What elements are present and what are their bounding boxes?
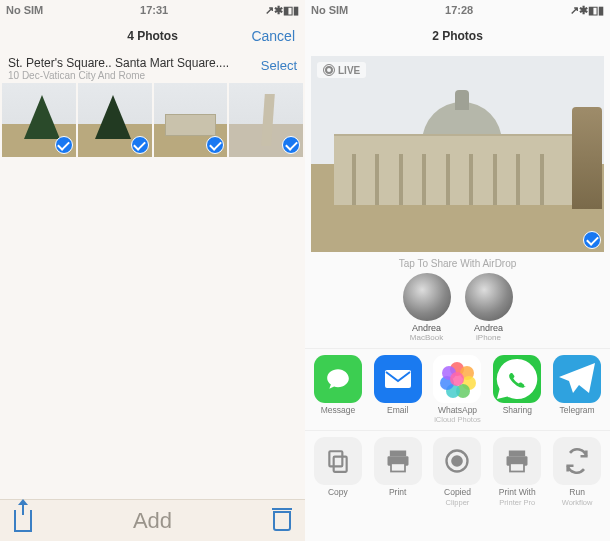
moment-title: St. Peter's Square.. Santa Mart Square..… — [8, 56, 229, 70]
action-print[interactable]: Print — [369, 437, 427, 506]
printerpro-icon — [493, 437, 541, 485]
action-label: Run — [548, 488, 606, 497]
status-bar: No SIM 17:28 ↗✱◧▮ — [305, 0, 610, 20]
airdrop-contact[interactable]: Andrea MacBook — [400, 273, 454, 342]
photo-thumbnail[interactable] — [229, 83, 303, 157]
clock: 17:31 — [140, 4, 168, 16]
svg-rect-8 — [509, 451, 525, 457]
photo-count: 4 Photos — [127, 29, 178, 43]
app-label: WhatsApp — [429, 406, 487, 415]
check-icon — [131, 136, 149, 154]
action-clipper[interactable]: Copied Clipper — [429, 437, 487, 506]
print-icon — [374, 437, 422, 485]
svg-rect-0 — [385, 370, 411, 388]
nav-bar: 4 Photos Cancel — [0, 20, 305, 52]
contact-device: iPhone — [462, 333, 516, 342]
airdrop-contact[interactable]: Andrea iPhone — [462, 273, 516, 342]
whatsapp-icon — [493, 355, 541, 403]
svg-rect-5 — [391, 464, 405, 472]
share-app-message[interactable]: Message — [309, 355, 367, 424]
app-sublabel: iCloud Photos — [429, 415, 487, 424]
action-label: Print — [369, 488, 427, 497]
action-label: Print With — [488, 488, 546, 497]
action-copy[interactable]: Copy — [309, 437, 367, 506]
svg-rect-3 — [390, 451, 406, 457]
photo-thumbnail[interactable] — [154, 83, 228, 157]
svg-rect-2 — [329, 452, 342, 467]
cancel-button[interactable]: Cancel — [251, 28, 295, 44]
app-label: Sharing — [488, 406, 546, 415]
action-workflow[interactable]: Run Workflow — [548, 437, 606, 506]
trash-icon[interactable] — [273, 511, 291, 531]
status-bar: No SIM 17:31 ↗✱◧▮ — [0, 0, 305, 20]
app-label: Telegram — [548, 406, 606, 415]
workflow-icon — [553, 437, 601, 485]
avatar — [465, 273, 513, 321]
check-icon — [282, 136, 300, 154]
thumbnail-row — [0, 81, 305, 159]
svg-rect-10 — [510, 464, 524, 472]
action-label: Copy — [309, 488, 367, 497]
nav-bar: 2 Photos — [305, 20, 610, 52]
check-icon — [583, 231, 601, 249]
select-button[interactable]: Select — [261, 56, 297, 73]
share-app-sharing[interactable]: Sharing — [488, 355, 546, 424]
clipper-icon — [433, 437, 481, 485]
sim-status: No SIM — [6, 4, 43, 16]
live-badge: LIVE — [317, 62, 366, 78]
action-sublabel: Printer Pro — [488, 498, 546, 507]
photo-count: 2 Photos — [432, 29, 483, 43]
avatar — [403, 273, 451, 321]
action-printerpro[interactable]: Print With Printer Pro — [488, 437, 546, 506]
contact-device: MacBook — [400, 333, 454, 342]
bottom-toolbar: Add — [0, 499, 305, 541]
photos-icon — [433, 355, 481, 403]
airdrop-section: Tap To Share With AirDrop Andrea MacBook… — [305, 256, 610, 348]
photo-thumbnail[interactable] — [78, 83, 152, 157]
action-sublabel: Workflow — [548, 498, 606, 507]
email-icon — [374, 355, 422, 403]
share-app-whatsapp[interactable]: WhatsApp iCloud Photos — [429, 355, 487, 424]
status-icons: ↗✱◧▮ — [265, 4, 299, 17]
action-row: Copy Print Copied Clipper Print With Pri… — [305, 430, 610, 512]
svg-rect-1 — [334, 457, 347, 472]
moment-header: St. Peter's Square.. Santa Mart Square..… — [0, 52, 305, 81]
clock: 17:28 — [445, 4, 473, 16]
telegram-icon — [553, 355, 601, 403]
airdrop-title: Tap To Share With AirDrop — [305, 258, 610, 269]
contact-name: Andrea — [462, 323, 516, 333]
app-label: Message — [309, 406, 367, 415]
share-icon[interactable] — [14, 510, 32, 532]
svg-point-7 — [453, 457, 462, 466]
photo-thumbnail[interactable] — [2, 83, 76, 157]
action-sublabel: Clipper — [429, 498, 487, 507]
share-app-row: Message Email — [305, 348, 610, 430]
message-icon — [314, 355, 362, 403]
add-button[interactable]: Add — [133, 508, 172, 534]
share-app-telegram[interactable]: Telegram — [548, 355, 606, 424]
selected-photo[interactable]: LIVE — [311, 56, 604, 252]
app-label: Email — [369, 406, 427, 415]
status-icons: ↗✱◧▮ — [570, 4, 604, 17]
share-app-email[interactable]: Email — [369, 355, 427, 424]
phone-left: No SIM 17:31 ↗✱◧▮ 4 Photos Cancel St. Pe… — [0, 0, 305, 541]
moment-subtitle: 10 Dec-Vatican City And Rome — [8, 70, 229, 81]
sim-status: No SIM — [311, 4, 348, 16]
phone-right: No SIM 17:28 ↗✱◧▮ 2 Photos LIVE Tap To S… — [305, 0, 610, 541]
contact-name: Andrea — [400, 323, 454, 333]
action-label: Copied — [429, 488, 487, 497]
check-icon — [55, 136, 73, 154]
copy-icon — [314, 437, 362, 485]
